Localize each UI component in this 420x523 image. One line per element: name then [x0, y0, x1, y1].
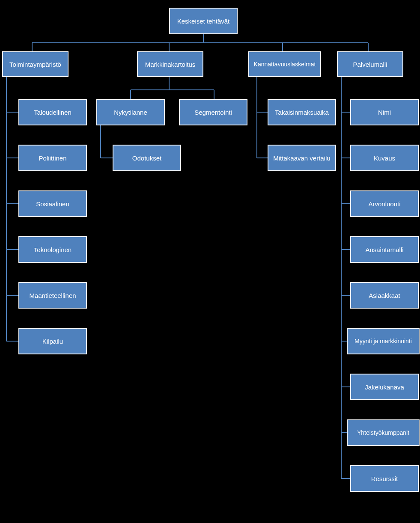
- node-toimintaymparisto: Toimintaympäristö: [2, 51, 69, 77]
- node-taloudellinen: Taloudellinen: [18, 99, 87, 125]
- node-asiaakkaat: Asiaakkaat: [350, 282, 419, 309]
- node-teknologinen: Teknologinen: [18, 236, 87, 263]
- node-kilpailu: Kilpailu: [18, 328, 87, 354]
- node-kannattavuuslaskelmat: Kannattavuuslaskelmat: [248, 51, 321, 77]
- node-nykytilanne: Nykytilanne: [96, 99, 165, 125]
- node-root: Keskeiset tehtävät: [169, 8, 238, 34]
- node-ansaintamalli: Ansaintamalli: [350, 236, 419, 263]
- node-poliittinen: Poliittinen: [18, 145, 87, 171]
- node-takaisinmaksuaika: Takaisinmaksuaika: [268, 99, 336, 125]
- node-resurssit: Resurssit: [350, 465, 419, 492]
- node-nimi: Nimi: [350, 99, 419, 125]
- node-palvelumalli: Palvelumalli: [337, 51, 403, 77]
- node-segmentointi: Segmentointi: [179, 99, 247, 125]
- node-odotukset: Odotukset: [113, 145, 181, 171]
- node-myynti-ja-markkinointi: Myynti ja markkinointi: [347, 328, 420, 354]
- node-maantieteellinen: Maantieteellinen: [18, 282, 87, 309]
- node-kuvaus: Kuvaus: [350, 145, 419, 171]
- node-markkinakartoitus: Markkinakartoitus: [137, 51, 203, 77]
- node-mittakaavan-vertailu: Mittakaavan vertailu: [268, 145, 336, 171]
- node-yhteistyokumppanit: Yhteistyökumppanit: [347, 419, 420, 446]
- node-arvonluonti: Arvonluonti: [350, 190, 419, 217]
- node-sosiaalinen: Sosiaalinen: [18, 190, 87, 217]
- diagram-canvas: Keskeiset tehtävät Toimintaympäristö Mar…: [0, 0, 420, 523]
- node-jakelukanava: Jakelukanava: [350, 374, 419, 400]
